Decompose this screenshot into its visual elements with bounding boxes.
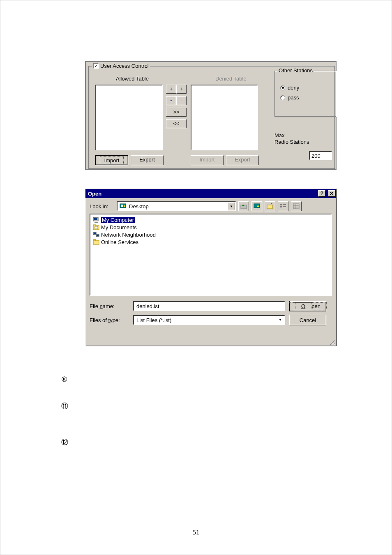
page-number: 51 xyxy=(0,528,392,537)
svg-rect-17 xyxy=(94,218,97,220)
cancel-button[interactable]: Cancel xyxy=(289,315,326,325)
document-page: ✓ User Access Control Allowed Table Deni… xyxy=(0,0,392,555)
transfer-buttons: + + - - >> << xyxy=(166,85,187,128)
denied-table-label: Denied Table xyxy=(215,76,247,82)
max-stations-input[interactable] xyxy=(309,151,332,160)
dropdown-button[interactable]: ▼ xyxy=(228,202,235,210)
allowed-listbox[interactable] xyxy=(95,85,163,150)
uac-groupbox: ✓ User Access Control Allowed Table Deni… xyxy=(88,66,335,169)
svg-rect-9 xyxy=(280,206,282,207)
computer-icon xyxy=(93,216,99,223)
close-button[interactable]: ✕ xyxy=(328,190,335,197)
list-view-button[interactable] xyxy=(278,201,288,211)
radio-deny[interactable]: deny xyxy=(280,85,299,91)
folder-icon xyxy=(93,239,99,245)
svg-point-2 xyxy=(124,205,125,207)
details-view-button[interactable] xyxy=(291,201,302,211)
new-folder-button[interactable]: * xyxy=(265,201,275,211)
filename-label: File name: xyxy=(90,303,129,309)
radio-unselected-icon xyxy=(280,95,285,100)
file-row[interactable]: Online Services xyxy=(93,238,329,246)
filetype-label: Files of type: xyxy=(90,317,129,323)
svg-rect-8 xyxy=(280,204,282,205)
user-access-control-panel: ✓ User Access Control Allowed Table Deni… xyxy=(85,61,337,170)
other-stations-groupbox: Other Stations xyxy=(274,71,336,117)
open-button[interactable]: Open xyxy=(289,301,326,311)
network-icon xyxy=(93,231,99,238)
uac-title: User Access Control xyxy=(100,63,149,69)
dialog-bottom: File name: denied.lst Open Files of type… xyxy=(90,301,332,325)
up-folder-button[interactable] xyxy=(238,201,249,211)
list-marker-11: ⑪ xyxy=(61,401,68,411)
move-left-button[interactable]: << xyxy=(166,119,187,128)
folder-docs-icon xyxy=(93,224,99,230)
filetype-combo[interactable]: List Files (*.lst) ▼ xyxy=(133,315,285,325)
file-name: Online Services xyxy=(101,239,138,245)
file-list[interactable]: My Computer My Documents Network Neighbo… xyxy=(90,214,332,296)
svg-rect-18 xyxy=(95,222,98,223)
svg-point-5 xyxy=(257,205,259,207)
dialog-body: Look in: Desktop ▼ * xyxy=(85,198,336,329)
svg-rect-25 xyxy=(97,235,99,236)
resize-grip-icon[interactable] xyxy=(330,339,335,345)
look-in-label: Look in: xyxy=(90,203,114,210)
look-in-row: Look in: Desktop ▼ * xyxy=(90,201,332,211)
file-name: My Computer xyxy=(101,217,135,223)
file-name: Network Neighborhood xyxy=(101,232,156,238)
dialog-titlebar[interactable]: Open ? ✕ xyxy=(85,189,336,198)
look-in-combo[interactable]: Desktop ▼ xyxy=(117,201,236,211)
file-row[interactable]: Network Neighborhood xyxy=(93,231,329,238)
svg-rect-10 xyxy=(283,204,286,205)
uac-checkbox-row[interactable]: ✓ User Access Control xyxy=(92,63,150,69)
check-icon: ✓ xyxy=(93,63,99,69)
denied-listbox[interactable] xyxy=(191,85,258,150)
svg-rect-21 xyxy=(95,226,98,229)
allowed-import-button[interactable]: Import xyxy=(95,155,128,165)
svg-rect-27 xyxy=(93,240,96,241)
filename-input[interactable]: denied.lst xyxy=(133,301,285,311)
svg-rect-1 xyxy=(121,205,123,207)
open-dialog: Open ? ✕ Look in: Desktop ▼ xyxy=(85,189,337,346)
other-stations-label: Other Stations xyxy=(277,67,314,74)
allowed-export-button[interactable]: Export xyxy=(131,155,164,165)
look-in-value: Desktop xyxy=(128,203,228,210)
list-marker-12: ⑫ xyxy=(61,438,68,447)
radio-pass[interactable]: pass xyxy=(280,94,299,101)
svg-rect-24 xyxy=(94,233,96,234)
help-button[interactable]: ? xyxy=(318,190,325,197)
dropdown-button[interactable]: ▼ xyxy=(279,316,282,324)
desktop-icon xyxy=(119,203,127,210)
denied-import-export: Import Export xyxy=(191,155,259,165)
svg-rect-11 xyxy=(283,206,286,207)
radio-pass-label: pass xyxy=(288,94,299,101)
filename-value: denied.lst xyxy=(136,303,159,309)
remove-allowed-button[interactable]: - xyxy=(166,96,176,105)
add-denied-button[interactable]: + xyxy=(176,85,187,94)
denied-export-button[interactable]: Export xyxy=(226,155,259,165)
move-right-button[interactable]: >> xyxy=(166,108,187,117)
svg-rect-4 xyxy=(254,204,260,208)
allowed-table-label: Allowed Table xyxy=(116,76,149,82)
file-name: My Documents xyxy=(101,224,137,230)
max-stations-label: Max Radio Stations xyxy=(274,132,309,145)
file-row[interactable]: My Computer xyxy=(93,216,329,223)
dialog-title: Open xyxy=(88,191,101,197)
add-allowed-button[interactable]: + xyxy=(166,85,176,94)
file-row[interactable]: My Documents xyxy=(93,223,329,231)
desktop-button[interactable] xyxy=(251,201,262,211)
remove-denied-button[interactable]: - xyxy=(176,96,187,105)
svg-text:*: * xyxy=(271,203,272,206)
list-marker-10: ⑩ xyxy=(61,375,67,384)
svg-rect-12 xyxy=(293,204,299,209)
filetype-value: List Files (*.lst) xyxy=(136,317,171,323)
allowed-import-export: Import Export xyxy=(95,155,164,165)
radio-selected-icon xyxy=(280,85,285,90)
denied-import-button[interactable]: Import xyxy=(191,155,224,165)
radio-deny-label: deny xyxy=(288,85,299,91)
svg-rect-20 xyxy=(93,225,96,226)
